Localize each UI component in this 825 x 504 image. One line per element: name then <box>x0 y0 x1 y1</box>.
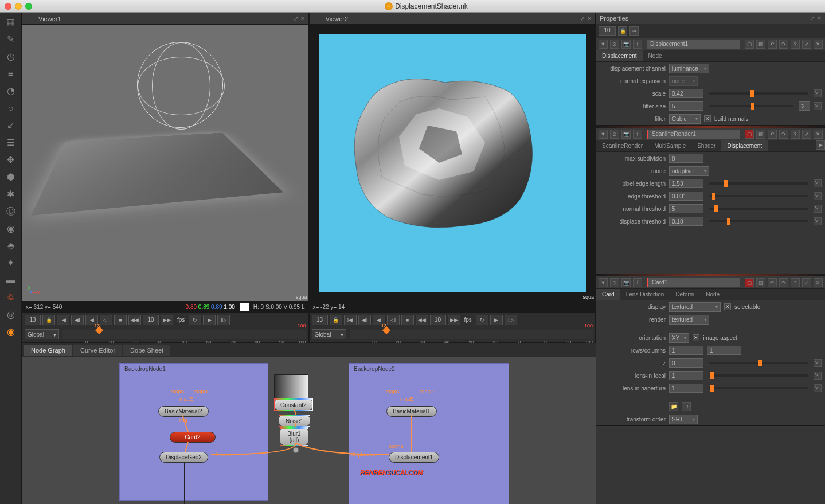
forward-button[interactable]: ▶▶ <box>448 315 460 325</box>
mode-dropdown[interactable]: adaptive <box>669 166 709 176</box>
tab-displacement[interactable]: Displacement <box>721 140 768 151</box>
normal-threshold-input[interactable]: 5 <box>669 204 703 213</box>
camera-icon[interactable]: 📷 <box>621 40 631 49</box>
viewer2-maximize-icon[interactable]: ⤢ <box>580 15 585 22</box>
rows-input[interactable]: 1 <box>669 346 703 355</box>
first-frame-button[interactable]: I◀ <box>344 315 357 325</box>
tab-dope-sheet[interactable]: Dope Sheet <box>123 345 170 356</box>
center-icon[interactable]: ⊙ <box>610 130 619 139</box>
scope-dropdown[interactable]: Global▾ <box>312 329 346 339</box>
node-basicmaterial2[interactable]: BasicMaterial2 <box>158 406 209 417</box>
filter-size2-input[interactable]: 2 <box>799 101 810 111</box>
f-icon[interactable]: f <box>633 130 642 139</box>
et-slider[interactable] <box>709 195 808 197</box>
center-icon[interactable]: ⊙ <box>610 278 619 287</box>
close-panel-icon[interactable]: ✕ <box>814 40 823 49</box>
stop-button[interactable]: ■ <box>114 315 127 325</box>
node-displacegeo2[interactable]: DisplaceGeo2 <box>159 452 208 463</box>
z-input[interactable]: 0 <box>669 358 703 368</box>
color1-icon[interactable]: ▢ <box>745 40 754 49</box>
undo-icon[interactable]: ↶ <box>768 130 777 139</box>
tool-fire-icon[interactable]: ◉ <box>6 327 16 337</box>
tab-displacement[interactable]: Displacement <box>596 50 643 61</box>
node-noise1[interactable]: Noise1 <box>279 415 310 427</box>
close-panel-icon[interactable]: ✕ <box>814 130 823 139</box>
tool-spark-icon[interactable]: ✱ <box>6 189 16 200</box>
filter-dropdown[interactable]: Cubic <box>669 114 701 124</box>
tool-wrench-icon[interactable]: ✦ <box>6 258 16 268</box>
tool-move-icon[interactable]: ✥ <box>6 155 16 165</box>
backdrop-node-2[interactable]: BackdropNode2 <box>349 363 509 504</box>
collapse-icon[interactable]: ▼ <box>599 130 608 139</box>
filter-size-input[interactable]: 5 <box>669 101 703 111</box>
tab-card[interactable]: Card <box>596 289 620 300</box>
viewer2-close-icon[interactable]: ✕ <box>587 15 592 22</box>
float-icon[interactable]: ⤢ <box>802 278 811 287</box>
center-icon[interactable]: ⊙ <box>610 40 619 49</box>
disp-channel-dropdown[interactable]: luminance <box>669 64 709 73</box>
lock-icon[interactable]: 🔒 <box>330 315 342 325</box>
panel-name-input[interactable]: Displacement1 <box>647 40 740 49</box>
anim-icon[interactable]: ∿ <box>814 205 822 213</box>
fps-input[interactable]: 10 <box>143 315 159 325</box>
loop-button[interactable]: ↻ <box>189 315 201 325</box>
displace-threshold-input[interactable]: 0.18 <box>669 217 703 226</box>
dt-slider[interactable] <box>709 220 808 222</box>
step-fwd-button[interactable]: I▷ <box>217 315 230 325</box>
display-dropdown[interactable]: textured <box>669 302 721 312</box>
anim-icon[interactable]: ∿ <box>814 372 822 380</box>
camera-icon[interactable]: 📷 <box>621 130 631 139</box>
image-aspect-checkbox[interactable] <box>693 334 699 341</box>
close-panel-icon[interactable]: ✕ <box>814 278 823 287</box>
help-icon[interactable]: ? <box>791 40 800 49</box>
build-normals-checkbox[interactable] <box>704 115 711 122</box>
forward-button[interactable]: ▶▶ <box>161 315 173 325</box>
fps-input[interactable]: 10 <box>430 315 446 325</box>
tool-layers-icon[interactable]: ☰ <box>6 138 16 148</box>
maximize-window-button[interactable] <box>25 3 32 10</box>
nt-slider[interactable] <box>709 208 808 210</box>
lock-icon[interactable]: 🔒 <box>42 315 55 325</box>
pel-slider[interactable] <box>709 182 808 185</box>
redo-icon[interactable]: ↷ <box>779 40 788 49</box>
tool-tag-icon[interactable]: ⬘ <box>6 241 16 251</box>
f-icon[interactable]: f <box>633 278 642 287</box>
panel-name-input[interactable]: Card1 <box>647 278 740 287</box>
tool-brush-icon[interactable]: ✎ <box>6 34 16 45</box>
float-icon[interactable]: ⤢ <box>802 130 811 139</box>
tool-eye-icon[interactable]: ◉ <box>6 224 16 234</box>
lif-slider[interactable] <box>709 374 808 377</box>
tool-globe-icon[interactable]: ◎ <box>6 310 16 320</box>
viewer1-timeline[interactable]: Global▾ 13 10 20 30 40 50 60 70 80 90 10… <box>22 326 308 342</box>
undo-icon[interactable]: ↶ <box>768 278 777 287</box>
viewer2-timeline[interactable]: Global▾ 13 10 20 30 40 50 60 70 80 90 10… <box>310 326 596 342</box>
z-slider[interactable] <box>709 362 808 364</box>
step-fwd-button[interactable]: I▷ <box>505 315 517 325</box>
tab-node[interactable]: Node <box>643 50 668 61</box>
step-back-button[interactable]: ◁I <box>387 315 400 325</box>
anim-icon[interactable]: ∿ <box>814 217 822 225</box>
tab-node[interactable]: Node <box>700 289 725 300</box>
prop-max-icon[interactable]: ⤢ <box>810 15 815 21</box>
help-icon[interactable]: ? <box>791 130 800 139</box>
f-icon[interactable]: f <box>633 40 642 49</box>
lih-slider[interactable] <box>709 387 808 389</box>
tool-clock-icon[interactable]: ◷ <box>6 52 16 62</box>
tool-arrow-icon[interactable]: ↙ <box>6 120 16 131</box>
node-blur1[interactable]: Blur1(all) <box>280 427 308 446</box>
rewind-button[interactable]: ◀◀ <box>416 315 428 325</box>
lock-icon[interactable]: 🔒 <box>618 26 627 36</box>
first-frame-button[interactable]: I◀ <box>57 315 69 325</box>
anim-icon[interactable]: ∿ <box>814 192 822 200</box>
orientation-dropdown[interactable]: XY <box>669 333 689 343</box>
node-graph-canvas[interactable]: BackdropNode1 BackdropNode2 mapS mapD ma… <box>22 357 596 504</box>
folder-icon[interactable]: 📁 <box>669 402 678 411</box>
current-frame-input[interactable]: 13 <box>312 315 328 325</box>
normal-expansion-dropdown[interactable]: none <box>669 76 698 86</box>
color2-icon[interactable]: ▨ <box>756 40 765 49</box>
collapse-icon[interactable]: ▼ <box>599 278 608 287</box>
tab-scanlinerender[interactable]: ScanlineRender <box>596 140 648 151</box>
play-button[interactable]: ▶ <box>203 315 216 325</box>
loop-button[interactable]: ↻ <box>476 315 488 325</box>
viewer1-maximize-icon[interactable]: ⤢ <box>294 15 298 22</box>
